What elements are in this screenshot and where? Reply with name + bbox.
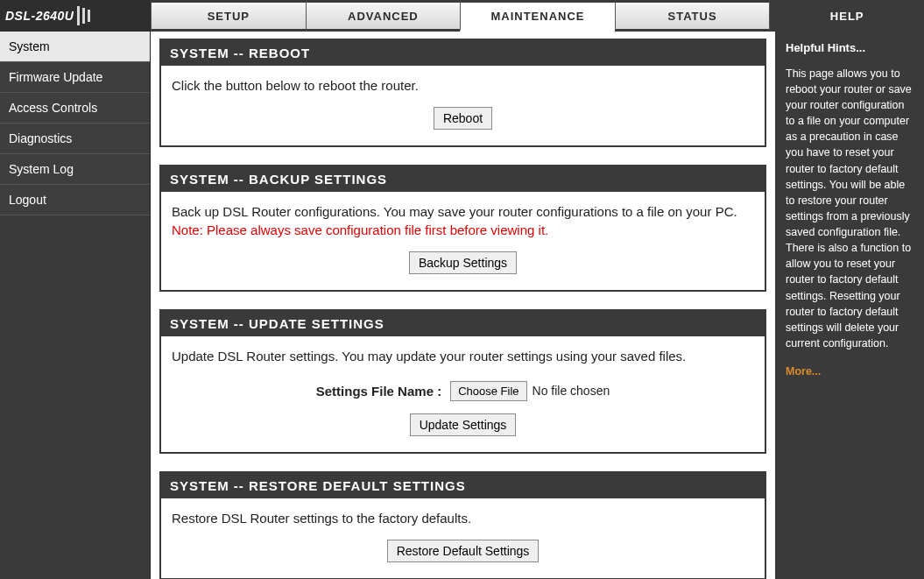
sidebar: System Firmware Update Access Controls D… bbox=[0, 32, 151, 579]
panel-reboot: SYSTEM -- REBOOT Click the button below … bbox=[159, 39, 766, 147]
sidebar-item-access-controls[interactable]: Access Controls bbox=[0, 93, 150, 124]
logo: DSL-2640U bbox=[0, 0, 151, 32]
panel-backup-desc: Back up DSL Router configurations. You m… bbox=[172, 202, 754, 221]
backup-settings-button[interactable]: Backup Settings bbox=[409, 251, 517, 274]
help-column: Helpful Hints... This page allows you to… bbox=[775, 32, 924, 579]
logo-bars-icon bbox=[77, 6, 90, 25]
panel-restore-desc: Restore DSL Router settings to the facto… bbox=[172, 509, 754, 527]
file-chosen-status: No file chosen bbox=[533, 383, 610, 400]
sidebar-item-system-log[interactable]: System Log bbox=[0, 154, 150, 185]
restore-default-button[interactable]: Restore Default Settings bbox=[387, 540, 540, 562]
help-text: This page allows you to reboot your rout… bbox=[786, 66, 913, 351]
tab-help[interactable]: HELP bbox=[769, 0, 924, 32]
panel-reboot-title: SYSTEM -- REBOOT bbox=[161, 40, 765, 66]
top-bar: DSL-2640U SETUP ADVANCED MAINTENANCE STA… bbox=[0, 0, 924, 32]
help-more-link[interactable]: More... bbox=[786, 364, 821, 379]
panel-backup: SYSTEM -- BACKUP SETTINGS Back up DSL Ro… bbox=[159, 165, 766, 292]
tab-advanced[interactable]: ADVANCED bbox=[306, 0, 461, 32]
panel-reboot-desc: Click the button below to reboot the rou… bbox=[172, 76, 754, 95]
choose-file-button[interactable]: Choose File bbox=[450, 381, 526, 401]
panel-update-desc: Update DSL Router settings. You may upda… bbox=[172, 347, 754, 365]
settings-file-label: Settings File Name : bbox=[316, 382, 441, 400]
reboot-button[interactable]: Reboot bbox=[434, 107, 492, 130]
panel-update: SYSTEM -- UPDATE SETTINGS Update DSL Rou… bbox=[159, 309, 766, 454]
sidebar-item-system[interactable]: System bbox=[0, 32, 150, 62]
sidebar-item-logout[interactable]: Logout bbox=[0, 185, 150, 215]
sidebar-item-firmware-update[interactable]: Firmware Update bbox=[0, 62, 150, 93]
update-settings-button[interactable]: Update Settings bbox=[410, 413, 517, 436]
main-content: SYSTEM -- REBOOT Click the button below … bbox=[151, 32, 775, 579]
panel-restore-title: SYSTEM -- RESTORE DEFAULT SETTINGS bbox=[161, 473, 765, 498]
tab-status[interactable]: STATUS bbox=[615, 0, 770, 32]
panel-backup-note: Note: Please always save configuration f… bbox=[172, 221, 754, 239]
help-title: Helpful Hints... bbox=[786, 40, 913, 57]
tab-maintenance[interactable]: MAINTENANCE bbox=[460, 0, 615, 32]
panel-restore: SYSTEM -- RESTORE DEFAULT SETTINGS Resto… bbox=[159, 471, 766, 579]
panel-backup-title: SYSTEM -- BACKUP SETTINGS bbox=[161, 166, 765, 192]
sidebar-item-diagnostics[interactable]: Diagnostics bbox=[0, 124, 150, 154]
logo-model: DSL-2640U bbox=[5, 9, 74, 23]
panel-update-title: SYSTEM -- UPDATE SETTINGS bbox=[161, 311, 765, 336]
tab-setup[interactable]: SETUP bbox=[151, 0, 306, 32]
